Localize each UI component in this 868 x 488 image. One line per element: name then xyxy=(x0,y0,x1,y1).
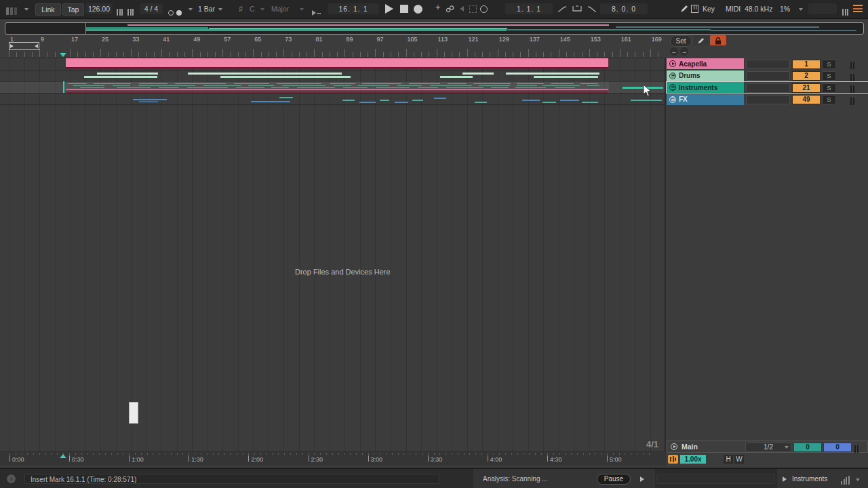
main-menu-icon[interactable] xyxy=(853,5,863,12)
arrangement-area[interactable]: Drop Files and Devices Here 4/1 xyxy=(0,58,666,451)
level-meter-icon[interactable] xyxy=(841,475,850,487)
main-grid-dropdown[interactable]: 1/2 xyxy=(745,443,791,452)
main-pan-box[interactable]: 0 xyxy=(793,443,822,452)
time-signature-field[interactable]: 4 / 4 xyxy=(140,3,163,14)
key-root-dropdown-icon[interactable] xyxy=(260,8,264,11)
bar-ruler-tick xyxy=(505,52,506,57)
overview-clip-segment xyxy=(86,29,507,31)
pause-analysis-button[interactable]: Pause xyxy=(597,474,631,485)
track-number-box[interactable]: 21 xyxy=(792,83,821,93)
draw-pencil-icon[interactable] xyxy=(679,5,688,14)
tempo-field[interactable]: 126.00 xyxy=(85,3,113,14)
track-menu-icon[interactable] xyxy=(669,84,676,91)
track-menu-icon[interactable] xyxy=(669,96,676,103)
time-ruler[interactable]: 0:000:301:001:302:002:303:003:304:004:30… xyxy=(0,451,666,466)
back-to-arrangement-icon[interactable] xyxy=(460,6,464,12)
preview-audio-icon[interactable] xyxy=(668,455,678,464)
preview-play-icon[interactable] xyxy=(783,476,787,482)
track-number-box[interactable]: 1 xyxy=(792,60,821,69)
quantize-menu[interactable]: 1 Bar xyxy=(198,3,215,14)
clip-line-segment xyxy=(522,100,540,101)
key-signature-icon[interactable]: ♯ xyxy=(239,3,243,14)
key-scale-dropdown-icon[interactable] xyxy=(300,8,304,11)
nudge-down-button[interactable] xyxy=(117,5,124,18)
lane-separator xyxy=(0,104,666,105)
analysis-status-text: Analysis: Scanning ... xyxy=(483,475,548,483)
zoom-height-button[interactable]: H xyxy=(724,455,733,464)
key-root-menu[interactable]: C xyxy=(250,3,255,14)
track-input-field[interactable] xyxy=(746,71,790,81)
record-button[interactable] xyxy=(414,5,422,14)
meter-dropdown-icon[interactable] xyxy=(856,479,860,481)
punch-out-icon[interactable] xyxy=(587,5,597,13)
track-title[interactable]: Drums xyxy=(667,70,744,81)
punch-in-icon[interactable] xyxy=(557,5,567,13)
cpu-dropdown-icon[interactable] xyxy=(799,8,803,11)
next-locator-button[interactable]: → xyxy=(680,47,688,56)
arrangement-overview[interactable] xyxy=(5,22,864,35)
track-number-box[interactable]: 49 xyxy=(792,95,821,104)
track-title[interactable]: Instruments xyxy=(667,82,744,93)
loop-start-field[interactable]: 1. 1. 1 xyxy=(505,3,553,14)
bar-ruler-tick xyxy=(307,52,307,57)
track-solo-button[interactable]: S xyxy=(822,83,836,93)
key-scale-menu[interactable]: Major xyxy=(271,3,289,14)
loop-brace[interactable] xyxy=(9,42,39,50)
midi-capture-icon[interactable] xyxy=(446,5,454,13)
main-track-label[interactable]: Main xyxy=(682,443,698,451)
zoom-factor-box[interactable]: 1.00x xyxy=(680,455,706,464)
track-solo-button[interactable]: S xyxy=(822,71,836,81)
insert-marker-triangle[interactable] xyxy=(60,53,66,57)
track-play-icon[interactable] xyxy=(669,60,676,67)
nudge-up-button[interactable] xyxy=(127,5,135,18)
beat-time-ruler[interactable]: 1917253341495765738189971051131211291371… xyxy=(0,34,666,58)
arrangement-position-field[interactable]: 16. 1. 1 xyxy=(328,3,379,14)
track-number-box[interactable]: 2 xyxy=(792,71,821,81)
track-solo-button[interactable]: S xyxy=(822,60,836,69)
track-input-field[interactable] xyxy=(746,83,790,93)
loop-length-field[interactable]: 8. 0. 0 xyxy=(600,3,648,14)
track-solo-button[interactable]: S xyxy=(822,95,836,104)
bar-ruler-label: 105 xyxy=(408,36,418,43)
draw-mode-icon[interactable] xyxy=(480,5,488,13)
metronome-button[interactable] xyxy=(168,6,182,18)
set-locator-button[interactable]: Set xyxy=(670,35,692,47)
selection-box-icon[interactable] xyxy=(469,5,477,13)
time-ruler-minor-tick xyxy=(392,453,393,455)
zoom-width-button[interactable]: W xyxy=(734,455,744,464)
main-volume-box[interactable]: 0 xyxy=(823,443,852,452)
midi-map-button[interactable]: MIDI xyxy=(726,3,741,14)
prev-locator-button[interactable]: ← xyxy=(670,47,678,56)
cpu-load-field[interactable]: 1% xyxy=(780,3,790,14)
automation-arm-icon[interactable]: + xyxy=(435,2,441,13)
track-menu-icon[interactable] xyxy=(669,73,676,79)
track-title[interactable]: Acapella xyxy=(667,58,744,69)
white-clip-fragment[interactable] xyxy=(129,402,138,424)
track-input-field[interactable] xyxy=(746,95,790,104)
resume-analysis-icon[interactable] xyxy=(640,476,644,482)
metronome-dropdown-icon[interactable] xyxy=(189,8,193,11)
key-map-button[interactable]: Key xyxy=(703,3,715,14)
grid-line xyxy=(375,58,376,451)
track-title[interactable]: FX xyxy=(667,94,744,105)
link-button[interactable]: Link xyxy=(35,3,61,16)
lane-separator xyxy=(0,93,666,94)
window-layout-icon[interactable] xyxy=(6,5,17,18)
track-input-field[interactable] xyxy=(746,60,790,69)
stop-button[interactable] xyxy=(400,5,408,13)
loop-switch-icon[interactable] xyxy=(572,5,583,13)
marker-pencil-button[interactable] xyxy=(694,35,709,45)
acapella-clip[interactable] xyxy=(66,58,608,68)
tap-tempo-button[interactable]: Tap xyxy=(62,3,84,16)
insert-marker-triangle-bottom[interactable] xyxy=(60,454,66,458)
play-button[interactable] xyxy=(385,4,393,14)
arrangement-lock-button[interactable] xyxy=(710,35,726,45)
output-track-label[interactable]: Instruments xyxy=(792,475,827,483)
computer-midi-keyboard-icon[interactable] xyxy=(691,5,698,13)
bar-ruler-tick xyxy=(192,49,193,57)
quantize-dropdown-icon[interactable] xyxy=(218,8,222,11)
time-ruler-minor-tick xyxy=(631,453,631,455)
window-layout-dropdown-icon[interactable] xyxy=(24,8,28,11)
follow-button[interactable] xyxy=(312,6,321,18)
main-play-icon[interactable] xyxy=(671,443,677,450)
